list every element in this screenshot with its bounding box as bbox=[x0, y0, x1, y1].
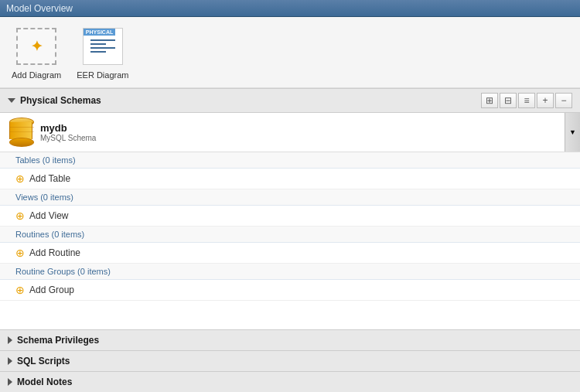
routines-label: Routines bbox=[15, 230, 51, 239]
add-group-icon: ⊕ bbox=[15, 284, 25, 296]
main-content: ✦ Add Diagram PHYSICAL EER Diagram bbox=[0, 17, 580, 392]
add-diagram-icon-container: ✦ bbox=[13, 25, 60, 67]
title-bar-text: Model Overview bbox=[6, 3, 73, 14]
schema-privileges-section[interactable]: Schema Privileges bbox=[0, 329, 580, 350]
sql-scripts-section[interactable]: SQL Scripts bbox=[0, 350, 580, 371]
grid-view-2-button[interactable]: ⊟ bbox=[500, 93, 517, 108]
schema-info: mydb MySQL Schema bbox=[40, 122, 96, 142]
list-view-button[interactable]: ≡ bbox=[518, 93, 535, 108]
eer-diagram-lines bbox=[84, 33, 121, 59]
schema-privileges-title: Schema Privileges bbox=[17, 335, 99, 346]
schema-dropdown-button[interactable]: ▼ bbox=[565, 113, 580, 152]
add-group-label: Add Group bbox=[29, 285, 74, 295]
schema-row: mydb MySQL Schema ▼ bbox=[0, 113, 580, 152]
schema-name: mydb bbox=[40, 122, 96, 134]
eer-line-2 bbox=[90, 43, 106, 45]
grid-view-1-button[interactable]: ⊞ bbox=[481, 93, 498, 108]
routine-groups-label: Routine Groups bbox=[15, 267, 77, 276]
sql-scripts-title: SQL Scripts bbox=[17, 356, 70, 366]
eer-diagram-icon: PHYSICAL bbox=[83, 28, 123, 65]
schema-left[interactable]: mydb MySQL Schema bbox=[0, 113, 565, 152]
section-header-left: Physical Schemas bbox=[8, 95, 101, 106]
schema-type: MySQL Schema bbox=[40, 134, 96, 142]
diagram-area: ✦ Add Diagram PHYSICAL EER Diagram bbox=[0, 17, 580, 88]
add-routine-icon: ⊕ bbox=[15, 247, 25, 259]
add-view-icon: ⊕ bbox=[15, 210, 25, 222]
routines-count: (0 items) bbox=[51, 230, 84, 239]
add-diagram-item[interactable]: ✦ Add Diagram bbox=[12, 25, 61, 80]
physical-badge: PHYSICAL bbox=[84, 29, 115, 36]
routines-header: Routines (0 items) bbox=[0, 227, 580, 243]
database-icon bbox=[9, 118, 34, 147]
title-bar: Model Overview bbox=[0, 0, 580, 17]
physical-schemas-toggle[interactable] bbox=[8, 98, 15, 103]
eer-diagram-item[interactable]: PHYSICAL EER Diagram bbox=[77, 25, 128, 80]
views-header: Views (0 items) bbox=[0, 189, 580, 206]
schema-details: Tables (0 items) ⊕ Add Table Views (0 it… bbox=[0, 152, 580, 329]
physical-schemas-title: Physical Schemas bbox=[20, 95, 101, 106]
routine-groups-header: Routine Groups (0 items) bbox=[0, 264, 580, 280]
eer-diagram-icon-container: PHYSICAL bbox=[80, 25, 126, 67]
model-notes-title: Model Notes bbox=[17, 377, 72, 387]
model-notes-toggle bbox=[8, 378, 12, 386]
eer-line-4 bbox=[90, 51, 106, 53]
eer-line-3 bbox=[90, 47, 115, 49]
tables-count: (0 items) bbox=[43, 155, 76, 165]
views-count: (0 items) bbox=[40, 193, 73, 202]
views-label: Views bbox=[15, 193, 40, 202]
eer-diagram-label: EER Diagram bbox=[77, 70, 128, 80]
add-routine-item[interactable]: ⊕ Add Routine bbox=[0, 243, 580, 264]
add-schema-button[interactable]: + bbox=[537, 93, 554, 108]
tables-label: Tables bbox=[15, 155, 43, 165]
remove-schema-button[interactable]: − bbox=[555, 93, 572, 108]
add-diagram-label: Add Diagram bbox=[12, 70, 61, 80]
tables-header: Tables (0 items) bbox=[0, 152, 580, 169]
add-view-label: Add View bbox=[29, 210, 68, 221]
add-table-icon: ⊕ bbox=[15, 172, 25, 185]
model-notes-section[interactable]: Model Notes bbox=[0, 371, 580, 392]
routine-groups-count: (0 items) bbox=[77, 267, 111, 276]
add-group-item[interactable]: ⊕ Add Group bbox=[0, 280, 580, 301]
add-diagram-icon: ✦ bbox=[16, 28, 56, 65]
schema-privileges-toggle bbox=[8, 336, 12, 344]
add-routine-label: Add Routine bbox=[29, 247, 80, 258]
physical-schemas-header: Physical Schemas ⊞ ⊟ ≡ + − bbox=[0, 88, 580, 113]
add-table-item[interactable]: ⊕ Add Table bbox=[0, 169, 580, 189]
plus-icon: ✦ bbox=[31, 38, 43, 55]
eer-line-1 bbox=[90, 39, 115, 41]
add-view-item[interactable]: ⊕ Add View bbox=[0, 206, 580, 227]
add-table-label: Add Table bbox=[29, 173, 70, 184]
sql-scripts-toggle bbox=[8, 357, 12, 365]
toolbar-icons: ⊞ ⊟ ≡ + − bbox=[481, 93, 572, 108]
